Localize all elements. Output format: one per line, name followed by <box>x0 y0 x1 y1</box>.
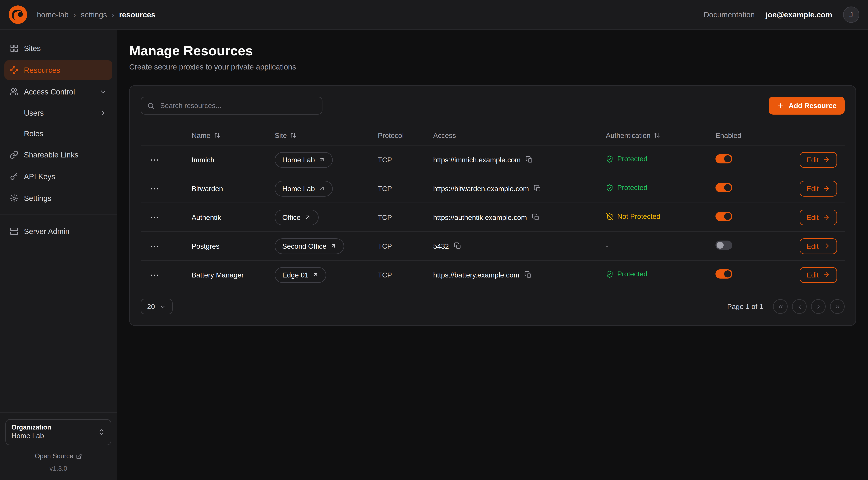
edit-label: Edit <box>806 242 818 250</box>
avatar-initial: J <box>849 11 853 19</box>
sidebar-label: Settings <box>24 194 52 203</box>
org-value: Home Lab <box>11 432 98 441</box>
header-name[interactable]: Name <box>192 131 275 139</box>
header-enabled: Enabled <box>715 131 793 139</box>
prev-page-button[interactable] <box>792 299 807 314</box>
copy-icon[interactable] <box>534 185 541 192</box>
sort-icon <box>290 132 297 139</box>
row-actions-button[interactable]: ⋯ <box>150 155 160 164</box>
sidebar-label: API Keys <box>24 172 55 181</box>
external-link-icon <box>330 243 337 249</box>
header-protocol: Protocol <box>378 131 433 139</box>
resource-name: Battery Manager <box>192 271 244 279</box>
pagination: Page 1 of 1 <box>727 299 845 314</box>
sidebar-item-resources[interactable]: Resources <box>4 60 112 80</box>
sidebar-item-sites[interactable]: Sites <box>4 38 112 58</box>
sidebar-label: Shareable Links <box>24 150 79 159</box>
row-actions-button[interactable]: ⋯ <box>150 270 160 279</box>
page-size-select[interactable]: 20 <box>141 299 173 314</box>
external-link-icon <box>319 156 325 163</box>
card-toolbar: Add Resource <box>141 97 845 115</box>
site-link-button[interactable]: Second Office <box>275 238 344 254</box>
resource-name: Immich <box>192 156 214 164</box>
table-row: ⋯ Battery Manager Edge 01 TCP https://ba… <box>141 260 845 289</box>
sidebar-label: Users <box>24 109 44 117</box>
table-row: ⋯ Immich Home Lab TCP https://immich.exa… <box>141 145 845 174</box>
edit-button[interactable]: Edit <box>799 152 837 168</box>
sidebar-item-access-control[interactable]: Access Control <box>4 82 112 101</box>
auth-label: Protected <box>617 155 647 163</box>
add-resource-button[interactable]: Add Resource <box>769 97 845 115</box>
external-link-icon <box>319 185 325 192</box>
arrow-right-icon <box>823 271 830 278</box>
chevron-down-icon <box>99 88 107 96</box>
chevrons-up-down-icon <box>98 428 105 436</box>
header-authentication[interactable]: Authentication <box>606 131 715 139</box>
copy-icon[interactable] <box>524 271 532 278</box>
sidebar-item-shareable-links[interactable]: Shareable Links <box>4 145 112 164</box>
row-actions-button[interactable]: ⋯ <box>150 213 160 222</box>
auth-label: Protected <box>617 184 647 192</box>
site-link-button[interactable]: Office <box>275 209 318 225</box>
open-source-label: Open Source <box>35 452 73 460</box>
enabled-toggle[interactable] <box>715 154 732 163</box>
breadcrumb-settings[interactable]: settings <box>81 10 107 19</box>
search-input[interactable] <box>159 101 316 110</box>
site-name: Office <box>282 213 301 221</box>
org-selector[interactable]: Organization Home Lab <box>5 419 111 445</box>
chevrons-left-icon <box>777 303 784 310</box>
shield-check-icon <box>606 155 613 163</box>
sort-icon <box>214 132 220 139</box>
header-site[interactable]: Site <box>275 131 378 139</box>
server-icon <box>10 227 19 236</box>
row-actions-button[interactable]: ⋯ <box>150 241 160 251</box>
first-page-button[interactable] <box>773 299 788 314</box>
user-avatar[interactable]: J <box>843 6 859 23</box>
add-resource-label: Add Resource <box>789 101 837 110</box>
site-name: Edge 01 <box>282 271 309 279</box>
sidebar-label: Server Admin <box>24 227 69 236</box>
site-link-button[interactable]: Home Lab <box>275 152 333 168</box>
table-row: ⋯ Postgres Second Office TCP 5432 - <box>141 231 845 260</box>
table-footer: 20 Page 1 of 1 <box>141 299 845 314</box>
next-page-button[interactable] <box>811 299 826 314</box>
sidebar-item-api-keys[interactable]: API Keys <box>4 167 112 186</box>
page-title: Manage Resources <box>129 43 856 59</box>
resource-name: Postgres <box>192 242 219 250</box>
documentation-link[interactable]: Documentation <box>704 10 755 19</box>
edit-label: Edit <box>806 184 818 192</box>
edit-button[interactable]: Edit <box>799 181 837 197</box>
auth-status: Protected <box>606 184 647 192</box>
copy-icon[interactable] <box>532 213 539 221</box>
gear-icon <box>10 194 19 203</box>
key-icon <box>10 172 19 181</box>
copy-icon[interactable] <box>454 242 461 250</box>
sidebar-item-settings[interactable]: Settings <box>4 188 112 208</box>
edit-button[interactable]: Edit <box>799 238 837 254</box>
toggle-knob <box>717 242 723 249</box>
breadcrumb-org[interactable]: home-lab <box>37 10 69 19</box>
sidebar-item-server-admin[interactable]: Server Admin <box>4 221 112 241</box>
row-actions-button[interactable]: ⋯ <box>150 184 160 193</box>
copy-icon[interactable] <box>525 156 533 163</box>
enabled-toggle[interactable] <box>715 241 732 250</box>
enabled-toggle[interactable] <box>715 212 732 221</box>
open-source-link[interactable]: Open Source <box>35 452 82 460</box>
sidebar-item-users[interactable]: Users <box>4 104 112 122</box>
sidebar-item-roles[interactable]: Roles <box>4 124 112 143</box>
app-logo[interactable] <box>9 5 27 24</box>
site-link-button[interactable]: Home Lab <box>275 181 333 197</box>
table-header: Name Site Protocol Access Authentication <box>141 125 845 145</box>
link-icon <box>10 150 19 159</box>
protocol-value: TCP <box>378 242 392 250</box>
last-page-button[interactable] <box>830 299 845 314</box>
edit-button[interactable]: Edit <box>799 209 837 225</box>
enabled-toggle[interactable] <box>715 183 732 192</box>
toggle-knob <box>724 213 731 220</box>
grid-icon <box>10 44 19 53</box>
arrow-right-icon <box>823 242 830 250</box>
enabled-toggle[interactable] <box>715 269 732 278</box>
waypoints-icon <box>10 66 19 74</box>
edit-button[interactable]: Edit <box>799 267 837 283</box>
site-link-button[interactable]: Edge 01 <box>275 267 327 283</box>
